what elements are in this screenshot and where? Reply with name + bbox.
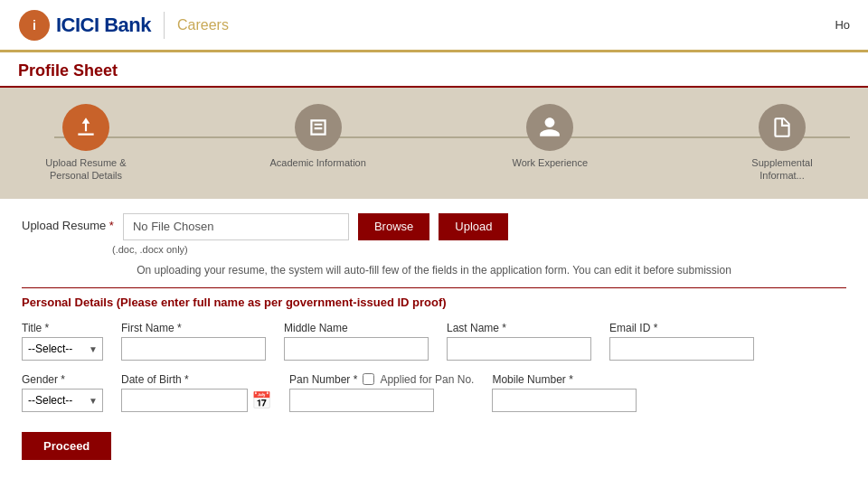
step-supplemental: SupplementalInformat... [723,104,841,183]
step-label-academic: Academic Information [269,156,365,169]
last-name-label: Last Name * [447,322,591,334]
pan-input[interactable] [289,389,434,412]
doc-icon [770,116,794,139]
pan-row: Pan Number * Applied for Pan No. [289,373,474,386]
email-label: Email ID * [609,322,754,334]
careers-label: Careers [177,17,229,33]
proceed-button[interactable]: Proceed [22,432,111,460]
step-upload: Upload Resume &Personal Details [27,104,145,183]
step-label-work: Work Experience [513,156,589,169]
title-select-wrapper[interactable]: --Select-- Mr. Ms. Mrs. Dr. ▼ [22,337,103,361]
last-name-input[interactable] [447,337,591,361]
pan-applied-checkbox[interactable] [363,373,374,385]
page-title-bar: Profile Sheet [0,52,868,88]
gender-label: Gender * [22,373,103,386]
step-circle-supplemental [759,104,806,151]
header-nav: Ho [835,18,850,32]
form-row-1: Title * --Select-- Mr. Ms. Mrs. Dr. ▼ Fi… [22,322,846,361]
gender-select-wrapper[interactable]: --Select-- Male Female ▼ [22,389,103,412]
mobile-input[interactable] [492,389,637,412]
steps-row: Upload Resume &Personal Details Academic… [27,104,841,183]
pan-label: Pan Number * [289,373,357,386]
upload-resume-label: Upload Resume * [22,213,114,232]
mobile-label: Mobile Number * [492,373,637,386]
email-input[interactable] [609,337,754,361]
step-circle-academic [295,104,342,151]
pan-applied-label: Applied for Pan No. [380,373,474,386]
first-name-label: First Name * [121,322,266,334]
personal-details-heading: Personal Details (Please enter full name… [22,296,846,309]
step-work: Work Experience [491,104,609,169]
title-group: Title * --Select-- Mr. Ms. Mrs. Dr. ▼ [22,322,103,361]
first-name-input[interactable] [121,337,266,361]
step-label-supplemental: SupplementalInformat... [751,156,812,183]
dob-input[interactable] [121,389,248,412]
page-title: Profile Sheet [18,61,118,80]
person-icon [538,116,561,139]
dob-wrapper: 📅 [121,389,271,412]
book-icon [307,116,330,139]
section-divider [22,287,846,288]
dob-label: Date of Birth * [121,373,271,386]
upload-row: Upload Resume * No File Chosen Browse Up… [22,213,846,240]
step-label-upload: Upload Resume &Personal Details [45,156,126,183]
middle-name-label: Middle Name [284,322,429,334]
header-divider [164,12,165,39]
step-circle-work [526,104,573,151]
title-select[interactable]: --Select-- Mr. Ms. Mrs. Dr. [22,337,103,361]
autofill-note: On uploading your resume, the system wil… [22,264,846,277]
gender-group: Gender * --Select-- Male Female ▼ [22,373,103,412]
upload-icon [74,116,98,139]
file-hint: (.doc, .docx only) [112,244,846,255]
icici-logo-icon: i [18,9,51,42]
form-row-2: Gender * --Select-- Male Female ▼ Date o… [22,373,846,412]
middle-name-input[interactable] [284,337,429,361]
progress-bar: Upload Resume &Personal Details Academic… [0,88,868,199]
upload-button[interactable]: Upload [439,213,508,240]
main-content: Upload Resume * No File Chosen Browse Up… [0,199,868,474]
title-label: Title * [22,322,103,334]
gender-select[interactable]: --Select-- Male Female [22,389,103,412]
step-academic: Academic Information [259,104,377,169]
mobile-group: Mobile Number * [492,373,637,412]
first-name-group: First Name * [121,322,266,361]
middle-name-group: Middle Name [284,322,429,361]
pan-group: Pan Number * Applied for Pan No. [289,373,474,412]
step-circle-upload [62,104,109,151]
no-file-chosen-text: No File Chosen [133,220,214,233]
browse-button[interactable]: Browse [358,213,429,240]
dob-group: Date of Birth * 📅 [121,373,271,412]
bank-name-text: ICICI Bank [56,14,151,37]
calendar-icon[interactable]: 📅 [251,390,271,410]
file-input-display: No File Chosen [123,213,349,240]
svg-text:i: i [33,18,36,33]
logo: i ICICI Bank [18,9,151,42]
header: i ICICI Bank Careers Ho [0,0,868,52]
last-name-group: Last Name * [447,322,591,361]
email-group: Email ID * [609,322,754,361]
